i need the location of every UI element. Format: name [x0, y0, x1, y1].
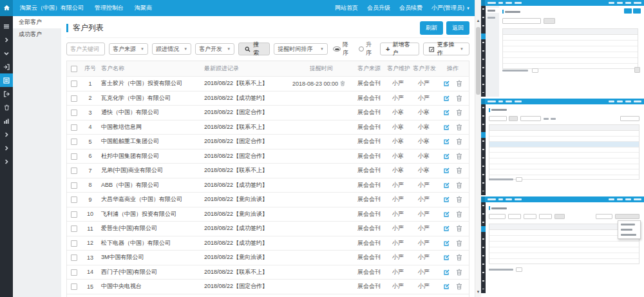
preview-thumbnail-2[interactable]: [481, 99, 644, 195]
preview-thumbnail-1[interactable]: [481, 0, 644, 97]
nav-member-renew[interactable]: 会员续费: [399, 4, 422, 12]
row-checkbox[interactable]: [71, 168, 77, 174]
sort-field-dropdown[interactable]: 提醒时间排序▼: [274, 43, 328, 55]
delete-icon[interactable]: [456, 95, 462, 102]
delete-icon[interactable]: [456, 240, 462, 247]
nav-member-upgrade[interactable]: 会员升级: [367, 4, 390, 12]
edit-icon[interactable]: [443, 283, 450, 290]
table-row[interactable]: 10 飞利浦（中国）投资有限公司 2018/08/22【意向洽谈】 展会会刊 小…: [67, 207, 469, 222]
table-row[interactable]: 7 兄弟(中国)商业有限公司 2018/08/22【联系不上】 展会会刊 小寒 …: [67, 164, 469, 178]
table-row[interactable]: 14 西门子(中国)有限公司 2018/08/22【联系不上】 展会会刊 小严 …: [67, 265, 469, 280]
back-button[interactable]: 返回: [446, 21, 469, 35]
row-checkbox[interactable]: [71, 139, 77, 145]
source-dropdown[interactable]: 客户来源▼: [109, 43, 148, 55]
edit-icon[interactable]: [443, 138, 450, 145]
select-all-checkbox[interactable]: [71, 66, 77, 72]
table-row[interactable]: 11 爱普生(中国)有限公司 2018/08/22【成功签约】 展会会刊 小严 …: [67, 222, 469, 236]
delete-icon[interactable]: [456, 167, 462, 174]
sign-in-icon[interactable]: [0, 60, 13, 73]
row-checkbox[interactable]: [71, 225, 77, 232]
chevron-right-icon[interactable]: [0, 33, 13, 46]
developer-dropdown[interactable]: 客户开发▼: [195, 43, 234, 55]
row-checkbox[interactable]: [71, 196, 77, 203]
scrollbar-thumb[interactable]: [476, 27, 480, 95]
bar-chart-icon[interactable]: [0, 114, 13, 128]
table-row[interactable]: 2 瓦克化学（中国）有限公司 2018/08/22【成功签约】 展会会刊 小严 …: [67, 91, 469, 106]
sign-out-icon[interactable]: [0, 87, 13, 101]
row-checkbox[interactable]: [71, 182, 77, 189]
edit-icon[interactable]: [443, 182, 450, 189]
row-checkbox[interactable]: [71, 95, 77, 102]
vertical-scrollbar[interactable]: ▲ ▼: [475, 0, 481, 297]
delete-icon[interactable]: [456, 211, 462, 218]
scroll-down-icon[interactable]: ▼: [475, 288, 481, 296]
brand-name[interactable]: 淘聚云（中国）有限公司: [20, 4, 84, 12]
delete-reminder-icon[interactable]: [340, 81, 345, 86]
sidebar-item-all-customers[interactable]: 全部客户: [13, 16, 61, 28]
table-row[interactable]: 16 宁波奥克斯空调有限公司 2018/08/22【联系不上】 展会会刊 小严 …: [67, 294, 469, 297]
edit-icon[interactable]: [443, 167, 450, 174]
table-row[interactable]: 15 中国中央电视台 2018/08/22【固定合作】 展会会刊 小严 小严: [67, 280, 469, 294]
delete-icon[interactable]: [456, 153, 462, 160]
edit-icon[interactable]: [443, 240, 450, 247]
search-button[interactable]: 搜索: [238, 43, 270, 55]
sort-desc-radio[interactable]: 降序: [333, 41, 353, 57]
edit-icon[interactable]: [443, 211, 450, 218]
preview-thumbnail-3[interactable]: [481, 196, 644, 293]
table-row[interactable]: 9 大昌华嘉商业（中国）有限公司 2018/08/22【意向洽谈】 展会会刊 小…: [67, 193, 469, 207]
keyword-input[interactable]: [66, 43, 105, 55]
trash-icon[interactable]: [0, 101, 13, 114]
delete-icon[interactable]: [456, 196, 462, 203]
edit-icon[interactable]: [443, 109, 450, 116]
delete-icon[interactable]: [456, 109, 462, 116]
chevron-right-icon[interactable]: [0, 141, 13, 155]
edit-icon[interactable]: [443, 124, 450, 131]
edit-icon[interactable]: [443, 196, 450, 203]
chevron-right-icon[interactable]: [0, 128, 13, 141]
row-checkbox[interactable]: [71, 254, 77, 261]
list-icon[interactable]: [0, 73, 13, 87]
table-row[interactable]: 1 富士胶片（中国）投资有限公司 2018/08/22【联系不上】 2018-0…: [67, 77, 469, 91]
edit-icon[interactable]: [443, 153, 450, 160]
table-row[interactable]: 12 松下电器（中国）有限公司 2018/08/22【成功签约】 展会会刊 小严…: [67, 236, 469, 251]
table-row[interactable]: 13 3M中国有限公司 2018/08/22【意向洽谈】 展会会刊 小严 小严: [67, 251, 469, 265]
home-button[interactable]: [0, 0, 13, 16]
edit-icon[interactable]: [443, 95, 450, 102]
delete-icon[interactable]: [456, 254, 462, 261]
table-row[interactable]: 8 ABB（中国）有限公司 2018/08/22【成功签约】 展会会刊 小严 小…: [67, 178, 469, 193]
nav-admin-console[interactable]: 管理控制台: [95, 4, 124, 12]
refresh-button[interactable]: 刷新: [420, 21, 443, 35]
delete-icon[interactable]: [456, 124, 462, 131]
delete-icon[interactable]: [456, 283, 462, 290]
row-checkbox[interactable]: [71, 110, 77, 116]
table-row[interactable]: 3 通快（中国）有限公司 2018/08/22【固定合作】 展会会刊 小寒 小寒: [67, 106, 469, 120]
sidebar-item-success-customers[interactable]: 成功客户: [13, 28, 61, 41]
add-customer-button[interactable]: + 新增客户: [380, 43, 419, 55]
delete-icon[interactable]: [456, 182, 462, 189]
delete-icon[interactable]: [456, 138, 462, 145]
row-checkbox[interactable]: [71, 269, 77, 276]
user-menu[interactable]: 小严(管理员)▼: [431, 4, 470, 12]
table-row[interactable]: 6 杜邦中国集团有限公司 2018/08/22【固定合作】 展会会刊 小寒 小寒: [67, 149, 469, 164]
row-checkbox[interactable]: [71, 240, 77, 247]
row-checkbox[interactable]: [71, 283, 77, 290]
delete-icon[interactable]: [456, 269, 462, 276]
table-row[interactable]: 4 中国教培信息网 2018/08/22【联系不上】 展会会刊 小寒 小寒: [67, 120, 469, 135]
table-row[interactable]: 5 中国船舶重工集团公司 2018/08/22【固定合作】 展会会刊 小寒 小寒: [67, 135, 469, 149]
row-checkbox[interactable]: [71, 211, 77, 218]
delete-icon[interactable]: [456, 225, 462, 232]
edit-icon[interactable]: [443, 225, 450, 232]
chevron-down-icon[interactable]: [0, 46, 13, 60]
nav-shop[interactable]: 淘聚商: [135, 4, 152, 12]
sort-asc-radio[interactable]: 升序: [359, 41, 376, 57]
row-checkbox[interactable]: [71, 124, 77, 131]
scroll-up-icon[interactable]: ▲: [475, 17, 481, 24]
row-checkbox[interactable]: [71, 81, 77, 87]
chevron-right-icon[interactable]: [0, 155, 13, 168]
edit-icon[interactable]: [443, 254, 450, 261]
edit-icon[interactable]: [443, 80, 450, 87]
edit-icon[interactable]: [443, 269, 450, 276]
delete-icon[interactable]: [456, 80, 462, 87]
more-actions-button[interactable]: 更多操作 ▼: [423, 43, 469, 55]
menu-icon[interactable]: [0, 19, 13, 33]
